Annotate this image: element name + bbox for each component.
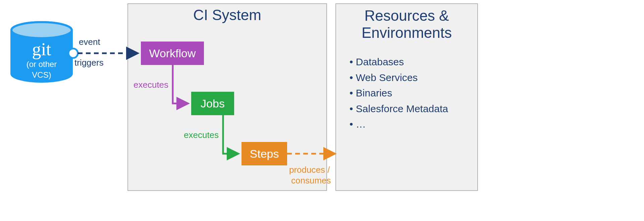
cylinder-icon	[10, 21, 73, 83]
edge-label-event: event	[79, 37, 100, 47]
resources-list: Databases Web Services Binaries Salesfor…	[350, 54, 467, 132]
edge-label-produces: produces /	[289, 165, 330, 175]
workflow-node: Workflow	[141, 42, 204, 65]
resources-title: Resources & Environments	[336, 7, 477, 41]
edge-label-triggers: triggers	[74, 58, 104, 68]
svg-point-1	[11, 22, 72, 38]
ci-system-title: CI System	[128, 7, 326, 23]
resources-panel: Resources & Environments Databases Web S…	[335, 3, 478, 191]
resources-item: …	[350, 117, 467, 132]
diagram-stage: git (or other VCS) CI System Resources &…	[0, 0, 644, 221]
resources-item: Web Services	[350, 70, 467, 86]
resources-item: Salesforce Metadata	[350, 101, 467, 117]
edge-label-executes-1: executes	[133, 80, 168, 90]
git-source-cylinder: git (or other VCS)	[10, 21, 73, 83]
edge-label-executes-2: executes	[184, 130, 219, 140]
edge-label-consumes: consumes	[291, 175, 331, 186]
jobs-node: Jobs	[191, 92, 234, 115]
resources-item: Binaries	[350, 85, 467, 101]
resources-item: Databases	[350, 54, 467, 70]
steps-node: Steps	[241, 142, 287, 165]
